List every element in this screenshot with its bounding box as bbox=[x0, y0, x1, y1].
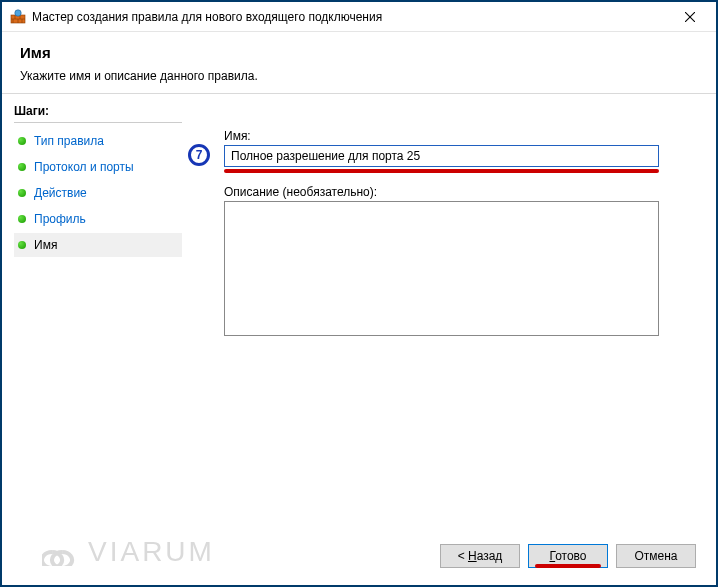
watermark-text: VIARUM bbox=[88, 536, 215, 568]
description-input[interactable] bbox=[224, 201, 659, 336]
step-label: Действие bbox=[34, 186, 87, 200]
watermark: VIARUM bbox=[42, 536, 215, 568]
close-icon bbox=[685, 12, 695, 22]
bullet-icon bbox=[18, 241, 26, 249]
step-rule-type[interactable]: Тип правила bbox=[14, 129, 182, 153]
step-profile[interactable]: Профиль bbox=[14, 207, 182, 231]
step-protocol-ports[interactable]: Протокол и порты bbox=[14, 155, 182, 179]
page-title: Имя bbox=[20, 44, 698, 61]
bullet-icon bbox=[18, 163, 26, 171]
finish-button[interactable]: Готово bbox=[528, 544, 608, 568]
bullet-icon bbox=[18, 137, 26, 145]
main-panel: 7 Имя: Описание (необязательно): bbox=[192, 94, 716, 532]
description-label: Описание (необязательно): bbox=[224, 185, 668, 199]
bullet-icon bbox=[18, 189, 26, 197]
wizard-body: Шаги: Тип правила Протокол и порты Дейст… bbox=[2, 94, 716, 532]
wizard-header: Имя Укажите имя и описание данного прави… bbox=[2, 32, 716, 94]
step-label: Тип правила bbox=[34, 134, 104, 148]
annotation-badge: 7 bbox=[188, 144, 210, 166]
step-name[interactable]: Имя bbox=[14, 233, 182, 257]
wizard-footer: VIARUM < Назад Готово Отмена bbox=[2, 532, 716, 580]
finish-button-label: Готово bbox=[549, 549, 586, 563]
firewall-icon bbox=[10, 9, 26, 25]
close-button[interactable] bbox=[667, 3, 712, 31]
name-input[interactable] bbox=[224, 145, 659, 167]
window-title: Мастер создания правила для нового входя… bbox=[32, 10, 667, 24]
annotation-underline bbox=[535, 564, 601, 568]
step-label: Профиль bbox=[34, 212, 86, 226]
page-subtitle: Укажите имя и описание данного правила. bbox=[20, 69, 698, 83]
back-button-label: < Назад bbox=[458, 549, 503, 563]
step-action[interactable]: Действие bbox=[14, 181, 182, 205]
steps-sidebar: Шаги: Тип правила Протокол и порты Дейст… bbox=[2, 94, 192, 532]
svg-point-7 bbox=[15, 9, 21, 15]
annotation-underline bbox=[224, 169, 659, 173]
step-label: Протокол и порты bbox=[34, 160, 134, 174]
bullet-icon bbox=[18, 215, 26, 223]
back-button[interactable]: < Назад bbox=[440, 544, 520, 568]
name-field-block: Имя: Описание (необязательно): bbox=[224, 129, 668, 339]
steps-title: Шаги: bbox=[14, 104, 182, 123]
step-label: Имя bbox=[34, 238, 57, 252]
titlebar: Мастер создания правила для нового входя… bbox=[2, 2, 716, 32]
name-label: Имя: bbox=[224, 129, 668, 143]
cancel-button[interactable]: Отмена bbox=[616, 544, 696, 568]
